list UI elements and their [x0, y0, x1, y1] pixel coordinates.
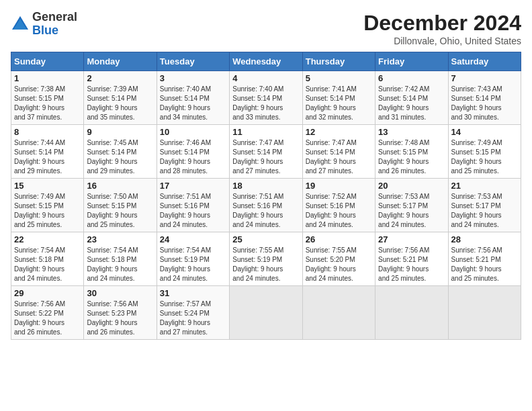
logo: General Blue: [11, 11, 77, 38]
day-info: Sunrise: 7:57 AM Sunset: 5:24 PM Dayligh…: [160, 300, 226, 337]
day-number: 29: [14, 288, 81, 298]
day-number: 25: [232, 234, 299, 244]
calendar-table: SundayMondayTuesdayWednesdayThursdayFrid…: [11, 52, 521, 340]
day-info: Sunrise: 7:47 AM Sunset: 5:14 PM Dayligh…: [306, 138, 372, 176]
calendar-cell: 13Sunrise: 7:48 AM Sunset: 5:15 PM Dayli…: [375, 125, 448, 179]
day-number: 10: [160, 127, 226, 137]
calendar-cell: 9Sunrise: 7:45 AM Sunset: 5:14 PM Daylig…: [84, 125, 157, 179]
day-info: Sunrise: 7:54 AM Sunset: 5:18 PM Dayligh…: [14, 246, 81, 283]
day-info: Sunrise: 7:46 AM Sunset: 5:14 PM Dayligh…: [160, 138, 226, 176]
day-number: 12: [306, 127, 372, 137]
day-number: 11: [232, 127, 299, 137]
calendar-cell: 12Sunrise: 7:47 AM Sunset: 5:14 PM Dayli…: [302, 125, 375, 179]
day-number: 19: [306, 181, 372, 191]
calendar-cell: [230, 286, 302, 340]
day-info: Sunrise: 7:44 AM Sunset: 5:14 PM Dayligh…: [14, 138, 81, 176]
day-info: Sunrise: 7:40 AM Sunset: 5:14 PM Dayligh…: [232, 85, 299, 122]
day-info: Sunrise: 7:54 AM Sunset: 5:19 PM Dayligh…: [160, 246, 226, 283]
calendar-cell: 11Sunrise: 7:47 AM Sunset: 5:14 PM Dayli…: [230, 125, 302, 179]
day-number: 28: [451, 234, 518, 244]
day-info: Sunrise: 7:55 AM Sunset: 5:20 PM Dayligh…: [306, 246, 372, 283]
calendar-cell: [448, 286, 521, 340]
calendar-cell: 10Sunrise: 7:46 AM Sunset: 5:14 PM Dayli…: [157, 125, 229, 179]
logo-text: General Blue: [32, 11, 77, 38]
calendar-cell: 29Sunrise: 7:56 AM Sunset: 5:22 PM Dayli…: [11, 286, 84, 340]
day-info: Sunrise: 7:51 AM Sunset: 5:16 PM Dayligh…: [232, 192, 299, 230]
title-block: December 2024 Dillonvale, Ohio, United S…: [363, 11, 521, 46]
day-info: Sunrise: 7:53 AM Sunset: 5:17 PM Dayligh…: [451, 192, 518, 230]
calendar-cell: 21Sunrise: 7:53 AM Sunset: 5:17 PM Dayli…: [448, 179, 521, 232]
day-info: Sunrise: 7:43 AM Sunset: 5:14 PM Dayligh…: [451, 85, 518, 122]
day-number: 21: [451, 181, 518, 191]
col-header-monday: Monday: [84, 52, 157, 71]
week-row-2: 8Sunrise: 7:44 AM Sunset: 5:14 PM Daylig…: [11, 125, 521, 179]
calendar-cell: 25Sunrise: 7:55 AM Sunset: 5:19 PM Dayli…: [230, 232, 302, 286]
day-number: 30: [87, 288, 153, 298]
calendar-subtitle: Dillonvale, Ohio, United States: [363, 36, 521, 46]
day-info: Sunrise: 7:42 AM Sunset: 5:14 PM Dayligh…: [378, 85, 445, 122]
col-header-sunday: Sunday: [11, 52, 84, 71]
day-info: Sunrise: 7:40 AM Sunset: 5:14 PM Dayligh…: [160, 85, 226, 122]
calendar-title: December 2024: [363, 11, 521, 36]
day-info: Sunrise: 7:45 AM Sunset: 5:14 PM Dayligh…: [87, 138, 153, 176]
col-header-tuesday: Tuesday: [157, 52, 229, 71]
calendar-cell: 7Sunrise: 7:43 AM Sunset: 5:14 PM Daylig…: [448, 71, 521, 125]
col-header-wednesday: Wednesday: [230, 52, 302, 71]
header-row: SundayMondayTuesdayWednesdayThursdayFrid…: [11, 52, 521, 71]
calendar-cell: 28Sunrise: 7:56 AM Sunset: 5:21 PM Dayli…: [448, 232, 521, 286]
week-row-1: 1Sunrise: 7:38 AM Sunset: 5:15 PM Daylig…: [11, 71, 521, 125]
day-info: Sunrise: 7:51 AM Sunset: 5:16 PM Dayligh…: [160, 192, 226, 230]
logo-icon: [11, 15, 30, 34]
day-number: 16: [87, 181, 153, 191]
calendar-cell: 5Sunrise: 7:41 AM Sunset: 5:14 PM Daylig…: [302, 71, 375, 125]
calendar-cell: [302, 286, 375, 340]
calendar-cell: 19Sunrise: 7:52 AM Sunset: 5:16 PM Dayli…: [302, 179, 375, 232]
calendar-cell: 18Sunrise: 7:51 AM Sunset: 5:16 PM Dayli…: [230, 179, 302, 232]
day-info: Sunrise: 7:38 AM Sunset: 5:15 PM Dayligh…: [14, 85, 81, 122]
day-number: 20: [378, 181, 445, 191]
day-number: 13: [378, 127, 445, 137]
calendar-cell: 1Sunrise: 7:38 AM Sunset: 5:15 PM Daylig…: [11, 71, 84, 125]
week-row-3: 15Sunrise: 7:49 AM Sunset: 5:15 PM Dayli…: [11, 179, 521, 232]
day-number: 8: [14, 127, 81, 137]
calendar-cell: 16Sunrise: 7:50 AM Sunset: 5:15 PM Dayli…: [84, 179, 157, 232]
day-info: Sunrise: 7:39 AM Sunset: 5:14 PM Dayligh…: [87, 85, 153, 122]
calendar-cell: 31Sunrise: 7:57 AM Sunset: 5:24 PM Dayli…: [157, 286, 229, 340]
day-info: Sunrise: 7:49 AM Sunset: 5:15 PM Dayligh…: [14, 192, 81, 230]
header: General Blue December 2024 Dillonvale, O…: [11, 11, 521, 46]
calendar-cell: 6Sunrise: 7:42 AM Sunset: 5:14 PM Daylig…: [375, 71, 448, 125]
day-number: 31: [160, 288, 226, 298]
day-number: 1: [14, 73, 81, 83]
col-header-saturday: Saturday: [448, 52, 521, 71]
day-number: 4: [232, 73, 299, 83]
calendar-cell: 23Sunrise: 7:54 AM Sunset: 5:18 PM Dayli…: [84, 232, 157, 286]
day-number: 9: [87, 127, 153, 137]
day-number: 3: [160, 73, 226, 83]
day-info: Sunrise: 7:56 AM Sunset: 5:21 PM Dayligh…: [378, 246, 445, 283]
day-number: 23: [87, 234, 153, 244]
day-info: Sunrise: 7:56 AM Sunset: 5:23 PM Dayligh…: [87, 300, 153, 337]
day-number: 22: [14, 234, 81, 244]
day-info: Sunrise: 7:53 AM Sunset: 5:17 PM Dayligh…: [378, 192, 445, 230]
calendar-cell: 8Sunrise: 7:44 AM Sunset: 5:14 PM Daylig…: [11, 125, 84, 179]
day-number: 26: [306, 234, 372, 244]
calendar-cell: 14Sunrise: 7:49 AM Sunset: 5:15 PM Dayli…: [448, 125, 521, 179]
day-info: Sunrise: 7:56 AM Sunset: 5:22 PM Dayligh…: [14, 300, 81, 337]
calendar-cell: 4Sunrise: 7:40 AM Sunset: 5:14 PM Daylig…: [230, 71, 302, 125]
calendar-cell: 3Sunrise: 7:40 AM Sunset: 5:14 PM Daylig…: [157, 71, 229, 125]
col-header-thursday: Thursday: [302, 52, 375, 71]
day-info: Sunrise: 7:54 AM Sunset: 5:18 PM Dayligh…: [87, 246, 153, 283]
day-number: 7: [451, 73, 518, 83]
calendar-cell: 20Sunrise: 7:53 AM Sunset: 5:17 PM Dayli…: [375, 179, 448, 232]
col-header-friday: Friday: [375, 52, 448, 71]
day-number: 15: [14, 181, 81, 191]
day-info: Sunrise: 7:50 AM Sunset: 5:15 PM Dayligh…: [87, 192, 153, 230]
day-info: Sunrise: 7:55 AM Sunset: 5:19 PM Dayligh…: [232, 246, 299, 283]
calendar-cell: 15Sunrise: 7:49 AM Sunset: 5:15 PM Dayli…: [11, 179, 84, 232]
day-number: 27: [378, 234, 445, 244]
calendar-cell: 22Sunrise: 7:54 AM Sunset: 5:18 PM Dayli…: [11, 232, 84, 286]
calendar-cell: 27Sunrise: 7:56 AM Sunset: 5:21 PM Dayli…: [375, 232, 448, 286]
day-number: 18: [232, 181, 299, 191]
calendar-cell: 2Sunrise: 7:39 AM Sunset: 5:14 PM Daylig…: [84, 71, 157, 125]
day-number: 2: [87, 73, 153, 83]
